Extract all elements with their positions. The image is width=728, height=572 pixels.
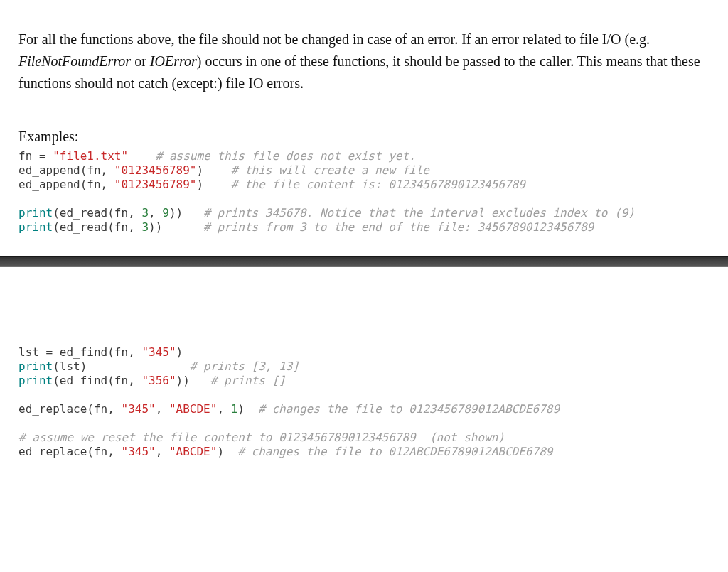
code-text: ))	[169, 206, 203, 220]
code-text: ed_replace(fn,	[18, 402, 122, 416]
code-block-1: fn = "file1.txt" # assume this file does…	[18, 149, 710, 234]
prose-or: or	[131, 53, 150, 69]
code-comment: # prints 345678. Notice that the interva…	[203, 206, 635, 220]
code-string: "0123456789"	[114, 163, 197, 177]
prose-text: For all the functions above, the file sh…	[18, 31, 650, 47]
code-num: 3	[141, 220, 149, 234]
code-text: )	[196, 163, 230, 177]
code-text: ))	[176, 374, 210, 387]
code-string: "345"	[141, 345, 176, 359]
error-handling-paragraph: For all the functions above, the file sh…	[18, 28, 710, 95]
code-func: print	[18, 374, 53, 387]
code-text: )	[237, 402, 258, 416]
code-text: ed_replace(fn,	[18, 445, 122, 458]
code-text: ,	[156, 445, 169, 458]
code-string: "345"	[122, 445, 156, 458]
code-text: ed_append(fn,	[18, 163, 114, 177]
code-text: )	[176, 345, 183, 359]
code-comment: # changes the file to 012ABCDE6789012ABC…	[237, 445, 552, 458]
code-comment: # prints []	[210, 374, 286, 387]
page-2: lst = ed_find(fn, "345") print(lst) # pr…	[0, 267, 728, 480]
code-comment: # changes the file to 0123456789012ABCDE…	[258, 402, 560, 416]
code-comment: # assume this file does not exist yet.	[156, 149, 416, 163]
code-num: 1	[231, 402, 238, 416]
code-pad	[128, 149, 156, 163]
code-num: 9	[162, 206, 169, 220]
code-text: )	[196, 178, 230, 191]
code-text: (ed_read(fn,	[53, 206, 141, 220]
code-text: ,	[217, 402, 230, 416]
code-text: ,	[156, 402, 169, 416]
code-text: (ed_read(fn,	[53, 220, 141, 234]
code-string: "345"	[122, 402, 156, 416]
code-text: lst = ed_find(fn,	[18, 345, 141, 359]
page-divider	[0, 256, 728, 267]
code-num: 3	[141, 206, 149, 220]
code-text: ))	[149, 220, 203, 234]
code-string: "356"	[141, 374, 176, 387]
code-string: "0123456789"	[114, 178, 197, 191]
error-name-1: FileNotFoundError	[18, 53, 131, 69]
code-func: print	[18, 360, 53, 373]
code-comment: # the file content is: 01234567890123456…	[231, 178, 525, 191]
code-text: ed_append(fn,	[18, 178, 114, 191]
code-text: (ed_find(fn,	[53, 374, 141, 387]
code-comment: # assume we reset the file content to 01…	[18, 431, 505, 444]
code-func: print	[18, 206, 53, 220]
examples-heading: Examples:	[18, 129, 710, 145]
code-string: "ABCDE"	[169, 445, 217, 458]
code-comment: # prints [3, 13]	[190, 360, 299, 373]
code-string: "file1.txt"	[53, 149, 128, 163]
error-name-2: IOError	[150, 53, 197, 69]
code-block-2: lst = ed_find(fn, "345") print(lst) # pr…	[18, 345, 710, 459]
page-1: For all the functions above, the file sh…	[0, 0, 728, 256]
code-text: fn =	[18, 149, 53, 163]
code-comment: # this will create a new file	[231, 163, 429, 177]
code-func: print	[18, 220, 53, 234]
code-comment: # prints from 3 to the end of the file: …	[203, 220, 594, 234]
code-text: )	[217, 445, 237, 458]
code-text: (lst)	[53, 360, 190, 373]
code-string: "ABCDE"	[169, 402, 217, 416]
code-text: ,	[149, 206, 162, 220]
